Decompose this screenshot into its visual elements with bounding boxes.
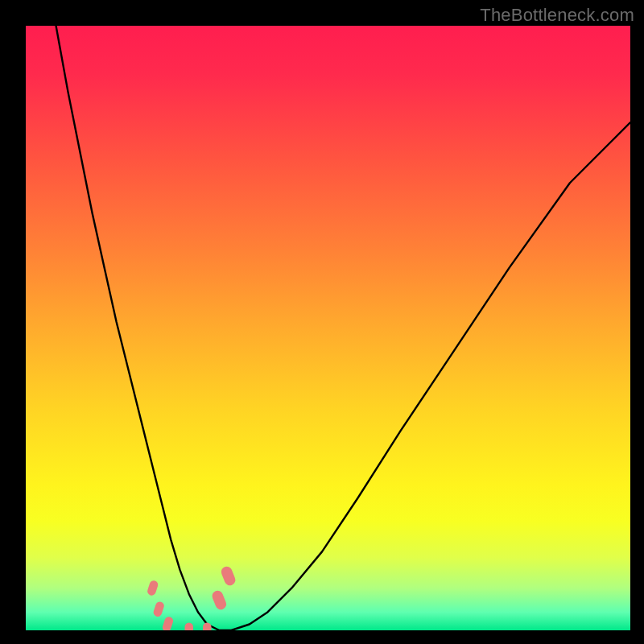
curve-layer	[26, 26, 630, 630]
right-dot-1	[211, 589, 229, 612]
bottleneck-curve	[56, 26, 630, 630]
bottom-dot-1	[185, 623, 194, 630]
left-dot-1	[147, 580, 159, 597]
left-dot-2	[152, 601, 165, 617]
watermark-text: TheBottleneck.com	[480, 5, 634, 26]
left-dot-3	[162, 616, 175, 630]
bottom-dot-2	[203, 623, 211, 630]
right-dot-2	[220, 565, 237, 588]
chart-frame: TheBottleneck.com	[0, 0, 644, 644]
plot-area	[26, 26, 630, 630]
